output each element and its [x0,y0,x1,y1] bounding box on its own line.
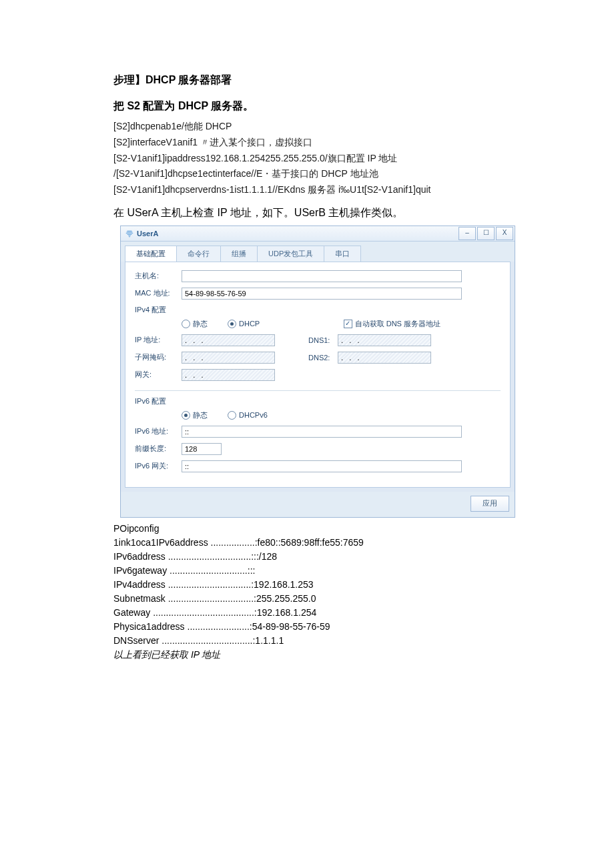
ipv6-static-radio[interactable]: 静态 [182,410,208,420]
tab-basic[interactable]: 基础配置 [125,246,177,262]
ipv6-dhcpv6-label: DHCPv6 [239,411,268,419]
ipv4-section-title: IPv4 配置 [135,305,501,315]
minimize-button[interactable]: – [458,227,476,240]
auto-dns-checkbox[interactable]: ✓自动获取 DNS 服务器地址 [344,319,440,329]
cli-line: [S2-V1anif1]dhcpserverdns-1ist1.1.1.1//E… [113,182,561,198]
footnote: 以上看到已经获取 IP 地址 [113,649,561,661]
mask-label: 子网掩码: [135,352,182,362]
tabs: 基础配置 命令行 组播 UDP发包工具 串口 [121,242,515,262]
tab-udp[interactable]: UDP发包工具 [257,246,324,262]
ipv4-dhcp-radio[interactable]: DHCP [228,320,260,328]
dns1-input[interactable] [338,334,431,346]
tab-cmd[interactable]: 命令行 [176,246,221,262]
titlebar: UserA – ☐ X [121,226,515,242]
dns2-input[interactable] [338,352,431,364]
auto-dns-label: 自动获取 DNS 服务器地址 [355,319,440,329]
hostname-label: 主机名: [135,271,182,281]
ipconfig-output: POipconfig 1ink1oca1IPv6address ........… [113,522,561,648]
ipv4-dhcp-label: DHCP [239,320,260,328]
gw-input[interactable] [182,369,275,381]
ipv6addr-label: IPv6 地址: [135,426,182,436]
ip-label: IP 地址: [135,335,182,345]
app-icon [125,229,134,238]
ipv4-static-label: 静态 [193,319,208,329]
cli-line: /[S2-V1anif1]dhcpse1ectinterface//E・基于接口… [113,166,561,182]
apply-button[interactable]: 应用 [471,496,509,512]
console-line: POipconfig [113,522,561,536]
ipv6addr-input[interactable] [182,426,462,438]
console-line: DNSserver ..............................… [113,634,561,648]
mask-input[interactable] [182,352,275,364]
tab-mcast[interactable]: 组播 [220,246,258,262]
config-intro: 把 S2 配置为 DHCP 服务器。 [113,99,561,113]
cli-line: [S2-V1anif1]ipaddress192.168.1.254255.25… [113,151,561,167]
hostname-input[interactable] [182,270,462,282]
usera-window: UserA – ☐ X 基础配置 命令行 组播 UDP发包工具 串口 主机名: … [120,226,515,518]
console-line: Subnetmask .............................… [113,592,561,606]
basic-panel: 主机名: MAC 地址: IPv4 配置 静态 DHCP [125,262,511,488]
console-line: Physica1address ........................… [113,620,561,634]
console-line: IPv6address ............................… [113,550,561,564]
window-title: UserA [137,230,458,238]
console-line: Gateway ................................… [113,606,561,620]
prefix-label: 前缀长度: [135,444,182,454]
maximize-button[interactable]: ☐ [477,227,495,240]
console-line: IPv4address ............................… [113,578,561,592]
close-button[interactable]: X [496,227,513,240]
console-line: IPv6gateway ............................… [113,564,561,578]
mac-label: MAC 地址: [135,288,182,298]
ipv6-static-label: 静态 [193,410,208,420]
tab-serial[interactable]: 串口 [324,246,361,262]
step-title: 步理】DHCP 服务器部署 [113,73,561,87]
ipv6gw-label: IPv6 网关: [135,461,182,471]
gw-label: 网关: [135,370,182,380]
prefix-input[interactable] [182,443,222,455]
dns1-label: DNS1: [308,336,338,344]
ipv6-dhcpv6-radio[interactable]: DHCPv6 [228,411,268,420]
cli-line: [S2]interfaceV1anif1 〃进入某个接口，虚拟接口 [113,135,561,151]
dns2-label: DNS2: [308,354,338,362]
ipv6-section-title: IPv6 配置 [135,390,501,406]
ipv6gw-input[interactable] [182,460,462,472]
ipv4-static-radio[interactable]: 静态 [182,319,208,329]
cli-line: [S2]dhcpenab1e/他能 DHCP [113,119,561,135]
ip-input[interactable] [182,334,275,346]
console-line: 1ink1oca1IPv6address .................:f… [113,536,561,550]
mac-input[interactable] [182,288,462,300]
check-intro: 在 USerA 主机上检查 IP 地址，如下。USerB 主机操作类似。 [113,206,561,220]
